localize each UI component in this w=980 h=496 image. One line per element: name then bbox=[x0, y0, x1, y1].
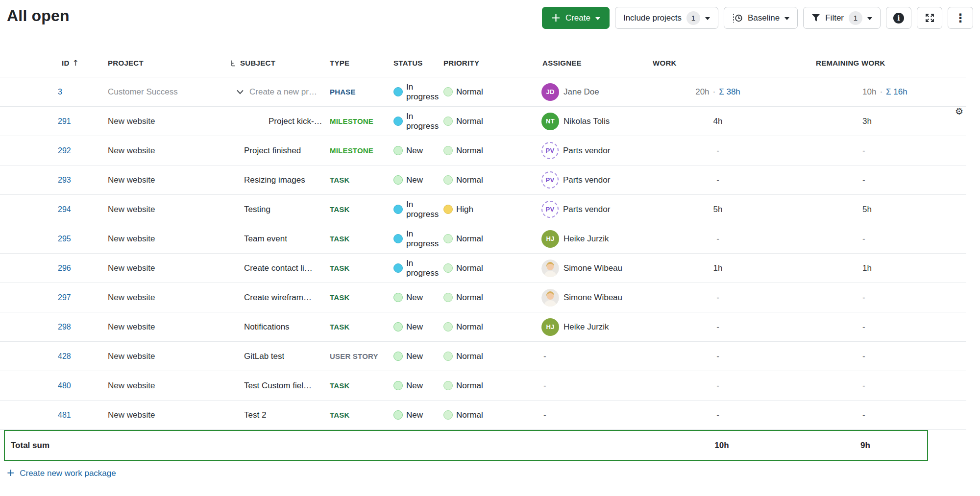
priority-cell[interactable]: Normal bbox=[442, 410, 538, 420]
collapse-children-icon[interactable] bbox=[236, 90, 244, 94]
status-cell[interactable]: In progress bbox=[392, 200, 442, 219]
priority-cell[interactable]: Normal bbox=[442, 322, 538, 332]
work-package-row[interactable]: 298New websiteNotificationsTASKNewNormal… bbox=[0, 312, 966, 342]
type-cell[interactable]: PHASE bbox=[328, 88, 392, 96]
work-package-id-link[interactable]: 3 bbox=[58, 88, 62, 96]
baseline-button[interactable]: Baseline bbox=[724, 7, 798, 29]
assignee-cell[interactable]: - bbox=[538, 410, 652, 420]
work-package-row[interactable]: 291New websiteProject kick-…MILESTONEIn … bbox=[0, 107, 966, 136]
work-package-row[interactable]: 480New websiteTest Custom fiel…TASKNewNo… bbox=[0, 371, 966, 401]
type-cell[interactable]: MILESTONE bbox=[328, 117, 392, 125]
subject-text[interactable]: Create wirefram… bbox=[244, 293, 312, 303]
work-package-row[interactable]: 294New websiteTestingTASKIn progressHigh… bbox=[0, 195, 966, 224]
include-projects-button[interactable]: Include projects 1 bbox=[615, 7, 718, 29]
status-cell[interactable]: New bbox=[392, 410, 442, 420]
subject-text[interactable]: Project finished bbox=[244, 146, 301, 156]
work-cell[interactable]: 4h bbox=[652, 117, 784, 126]
work-cell[interactable]: - bbox=[652, 410, 784, 420]
assignee-cell[interactable]: NTNikolas Tolis bbox=[538, 113, 652, 130]
work-package-id-link[interactable]: 294 bbox=[58, 205, 71, 214]
assignee-cell[interactable]: PVParts vendor bbox=[538, 201, 652, 218]
type-cell[interactable]: USER STORY bbox=[328, 352, 392, 360]
work-package-row[interactable]: 428New websiteGitLab testUSER STORYNewNo… bbox=[0, 342, 966, 371]
work-package-id-link[interactable]: 428 bbox=[58, 352, 71, 361]
more-options-button[interactable]: ⋮ bbox=[948, 7, 973, 29]
column-header-type[interactable]: TYPE bbox=[328, 59, 392, 67]
work-package-row[interactable]: 293New websiteResizing imagesTASKNewNorm… bbox=[0, 165, 966, 195]
subject-text[interactable]: Create a new pr… bbox=[249, 87, 317, 97]
remaining-work-cell[interactable]: - bbox=[784, 381, 966, 391]
assignee-cell[interactable]: - bbox=[538, 381, 652, 391]
work-package-id-link[interactable]: 297 bbox=[58, 293, 71, 302]
status-cell[interactable]: In progress bbox=[392, 112, 442, 131]
remaining-work-cell[interactable]: - bbox=[784, 234, 966, 244]
priority-cell[interactable]: High bbox=[442, 205, 538, 214]
column-header-remaining-work[interactable]: REMAINING WORK bbox=[784, 59, 966, 67]
subject-text[interactable]: GitLab test bbox=[244, 352, 284, 361]
status-cell[interactable]: New bbox=[392, 381, 442, 391]
priority-cell[interactable]: Normal bbox=[442, 263, 538, 273]
status-cell[interactable]: New bbox=[392, 352, 442, 361]
subject-text[interactable]: Testing bbox=[244, 205, 270, 214]
priority-cell[interactable]: Normal bbox=[442, 117, 538, 126]
assignee-cell[interactable]: HJHeike Jurzik bbox=[538, 230, 652, 248]
remaining-work-cell[interactable]: - bbox=[784, 293, 966, 303]
work-package-row[interactable]: 295New websiteTeam eventTASKIn progressN… bbox=[0, 224, 966, 254]
priority-cell[interactable]: Normal bbox=[442, 87, 538, 97]
type-cell[interactable]: TASK bbox=[328, 235, 392, 243]
subject-text[interactable]: Project kick-… bbox=[269, 117, 322, 126]
remaining-work-cell[interactable]: - bbox=[784, 322, 966, 332]
column-header-project[interactable]: PROJECT bbox=[107, 59, 225, 67]
assignee-cell[interactable]: - bbox=[538, 352, 652, 361]
subject-text[interactable]: Test Custom fiel… bbox=[244, 381, 312, 391]
work-cell[interactable]: 5h bbox=[652, 205, 784, 214]
fullscreen-button[interactable] bbox=[917, 7, 942, 29]
assignee-cell[interactable]: JDJane Doe bbox=[538, 83, 652, 101]
work-package-row[interactable]: 481New websiteTest 2TASKNewNormal--- bbox=[0, 401, 966, 430]
subject-text[interactable]: Notifications bbox=[244, 322, 290, 332]
status-cell[interactable]: In progress bbox=[392, 259, 442, 278]
status-cell[interactable]: New bbox=[392, 146, 442, 156]
type-cell[interactable]: TASK bbox=[328, 323, 392, 331]
priority-cell[interactable]: Normal bbox=[442, 293, 538, 303]
remaining-work-cell[interactable]: - bbox=[784, 175, 966, 185]
work-sum-link[interactable]: Σ 38h bbox=[719, 87, 740, 97]
type-cell[interactable]: TASK bbox=[328, 205, 392, 213]
type-cell[interactable]: MILESTONE bbox=[328, 146, 392, 155]
subject-text[interactable]: Resizing images bbox=[244, 175, 305, 185]
remaining-work-cell[interactable]: 3h bbox=[784, 117, 966, 126]
work-cell[interactable]: - bbox=[652, 381, 784, 391]
filter-button[interactable]: Filter 1 bbox=[803, 7, 881, 29]
work-cell[interactable]: 1h bbox=[652, 263, 784, 273]
priority-cell[interactable]: Normal bbox=[442, 381, 538, 391]
work-package-row[interactable]: 296New websiteCreate contact li…TASKIn p… bbox=[0, 254, 966, 283]
type-cell[interactable]: TASK bbox=[328, 264, 392, 272]
column-header-status[interactable]: STATUS bbox=[392, 59, 442, 67]
work-package-id-link[interactable]: 298 bbox=[58, 323, 71, 331]
work-cell[interactable]: - bbox=[652, 146, 784, 156]
create-new-work-package-link[interactable]: + Create new work package bbox=[7, 468, 116, 479]
assignee-cell[interactable]: HJHeike Jurzik bbox=[538, 318, 652, 336]
assignee-cell[interactable]: PVParts vendor bbox=[538, 142, 652, 159]
work-cell[interactable]: - bbox=[652, 322, 784, 332]
priority-cell[interactable]: Normal bbox=[442, 234, 538, 244]
work-package-id-link[interactable]: 481 bbox=[58, 411, 71, 420]
priority-cell[interactable]: Normal bbox=[442, 352, 538, 361]
subject-text[interactable]: Test 2 bbox=[244, 410, 266, 420]
remaining-work-cell[interactable]: - bbox=[784, 146, 966, 156]
work-package-id-link[interactable]: 295 bbox=[58, 235, 71, 243]
priority-cell[interactable]: Normal bbox=[442, 146, 538, 156]
remaining-work-cell[interactable]: 10h·Σ 16h bbox=[784, 87, 966, 97]
work-package-row[interactable]: 3Customer SuccessCreate a new pr…PHASEIn… bbox=[0, 77, 966, 107]
work-package-id-link[interactable]: 480 bbox=[58, 381, 71, 390]
column-header-assignee[interactable]: ASSIGNEE bbox=[538, 59, 652, 67]
work-cell[interactable]: - bbox=[652, 234, 784, 244]
work-cell[interactable]: - bbox=[652, 352, 784, 361]
work-package-row[interactable]: 292New websiteProject finishedMILESTONEN… bbox=[0, 136, 966, 165]
priority-cell[interactable]: Normal bbox=[442, 175, 538, 185]
assignee-cell[interactable]: PVParts vendor bbox=[538, 171, 652, 189]
status-cell[interactable]: New bbox=[392, 322, 442, 332]
remaining-work-cell[interactable]: - bbox=[784, 352, 966, 361]
column-header-work[interactable]: WORK bbox=[652, 59, 784, 67]
status-cell[interactable]: In progress bbox=[392, 229, 442, 249]
